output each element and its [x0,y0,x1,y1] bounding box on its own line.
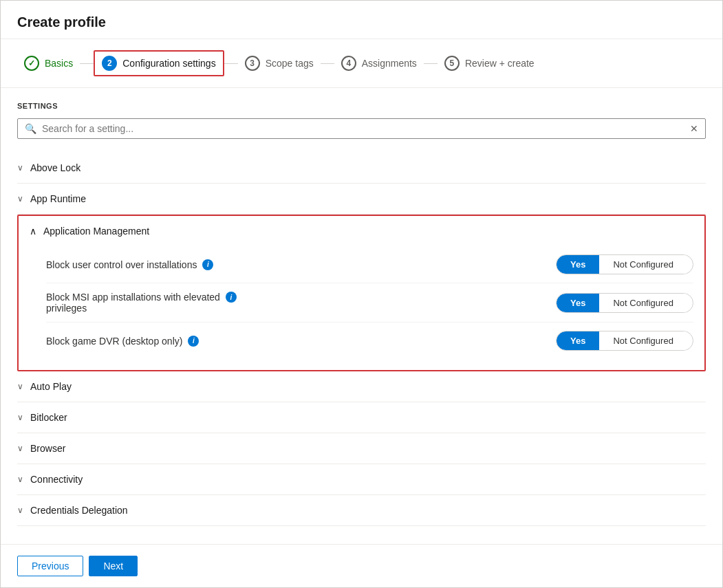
step-2-number: 2 [107,58,112,68]
chevron-up-icon: ∧ [30,226,36,237]
step-review-label: Review + create [465,58,535,69]
clear-icon[interactable]: ✕ [690,123,698,134]
toggle-yes-block-msi-app[interactable]: Yes [557,294,599,312]
step-5-number: 5 [450,58,455,68]
step-basics[interactable]: ✓ Basics [17,52,80,75]
chevron-down-icon-5: ∨ [17,444,23,453]
toggle-group-block-user-control: Yes Not Configured [556,254,693,274]
step-assignments[interactable]: 4 Assignments [334,52,424,75]
chevron-down-icon-6: ∨ [17,475,23,484]
step-configuration-circle: 2 [102,56,117,71]
toggle-not-configured-block-user-control[interactable]: Not Configured [599,255,687,274]
info-icon-block-user-control[interactable]: i [202,259,213,270]
search-icon: 🔍 [25,123,36,134]
accordion-credentials-delegation: ∨ Credentials Delegation [17,495,706,526]
setting-row-block-game-dvr: Block game DVR (desktop only) i Yes Not … [46,323,693,359]
wizard-steps: ✓ Basics 2 Configuration settings 3 Scop… [1,39,722,88]
info-icon-block-msi-app[interactable]: i [226,292,237,303]
step-connector-1 [80,63,94,64]
application-management-label: Application Management [43,226,149,237]
application-management-body: Block user control over installations i … [19,246,704,370]
settings-header: SETTINGS [17,102,706,110]
chevron-down-icon-2: ∨ [17,194,23,204]
accordion-auto-play-header[interactable]: ∨ Auto Play [17,371,706,402]
step-basics-label: Basics [45,58,73,69]
accordion-above-lock-header[interactable]: ∨ Above Lock [17,153,706,183]
toggle-group-block-msi-app: Yes Not Configured [556,293,693,313]
chevron-down-icon-7: ∨ [17,505,23,515]
step-connector-4 [424,63,438,64]
step-review-circle: 5 [444,56,460,71]
block-game-dvr-text: Block game DVR (desktop only) [46,336,182,347]
step-connector-3 [321,63,334,64]
toggle-not-configured-block-msi-app[interactable]: Not Configured [599,294,687,312]
setting-label-block-msi-app: Block MSI app installations with elevate… [46,292,545,314]
block-msi-app-text-line1: Block MSI app installations with elevate… [46,292,220,303]
accordion-app-runtime-header[interactable]: ∨ App Runtime [17,184,706,214]
setting-label-block-game-dvr: Block game DVR (desktop only) i [46,336,556,347]
step-assignments-label: Assignments [362,58,417,69]
accordion-application-management-header[interactable]: ∧ Application Management [19,216,704,246]
toggle-group-block-game-dvr: Yes Not Configured [556,331,693,351]
accordion-connectivity: ∨ Connectivity [17,464,706,495]
accordion-app-runtime: ∨ App Runtime [17,184,706,215]
accordion-bitlocker-header[interactable]: ∨ Bitlocker [17,402,706,433]
step-configuration[interactable]: 2 Configuration settings [94,50,224,76]
step-review[interactable]: 5 Review + create [438,52,541,75]
accordion-bitlocker: ∨ Bitlocker [17,402,706,433]
step-scope-label: Scope tags [266,58,314,69]
chevron-down-icon-3: ∨ [17,382,23,391]
accordion-browser-header[interactable]: ∨ Browser [17,433,706,464]
accordion-above-lock: ∨ Above Lock [17,153,706,184]
accordion-auto-play: ∨ Auto Play [17,371,706,402]
step-basics-circle: ✓ [24,56,39,71]
step-connector-2 [224,63,238,64]
accordion-credentials-delegation-header[interactable]: ∨ Credentials Delegation [17,495,706,525]
step-scope-circle: 3 [245,56,260,71]
setting-row-block-user-control: Block user control over installations i … [46,246,693,283]
step-3-number: 3 [250,58,255,68]
content-area: SETTINGS 🔍 ✕ ∨ Above Lock ∨ App Runtime … [1,88,722,544]
toggle-yes-block-user-control[interactable]: Yes [557,255,599,274]
browser-label: Browser [30,443,65,454]
accordion-browser: ∨ Browser [17,433,706,464]
bitlocker-label: Bitlocker [30,412,67,423]
search-input[interactable] [42,123,684,134]
chevron-down-icon-4: ∨ [17,413,23,422]
auto-play-label: Auto Play [30,381,72,392]
next-button[interactable]: Next [89,556,138,576]
step-configuration-label: Configuration settings [122,58,215,69]
accordion-application-management: ∧ Application Management Block user cont… [17,215,706,371]
block-msi-app-text-line2: privileges [46,303,545,314]
above-lock-label: Above Lock [30,162,80,173]
setting-label-block-user-control: Block user control over installations i [46,259,556,270]
step-scope[interactable]: 3 Scope tags [238,52,321,75]
step-assignments-circle: 4 [341,56,356,71]
block-msi-app-label-line: Block MSI app installations with elevate… [46,292,545,303]
step-4-number: 4 [346,58,351,68]
footer: Previous Next [1,544,722,587]
toggle-not-configured-block-game-dvr[interactable]: Not Configured [599,331,687,350]
chevron-down-icon: ∨ [17,163,23,173]
app-runtime-label: App Runtime [30,193,86,204]
accordion-connectivity-header[interactable]: ∨ Connectivity [17,464,706,494]
info-icon-block-game-dvr[interactable]: i [188,336,199,347]
toggle-yes-block-game-dvr[interactable]: Yes [557,331,599,350]
create-profile-window: Create profile ✓ Basics 2 Configuration … [0,0,723,588]
page-title: Create profile [1,1,722,39]
search-bar: 🔍 ✕ [17,118,706,139]
previous-button[interactable]: Previous [17,556,83,576]
setting-row-block-msi-app: Block MSI app installations with elevate… [46,283,693,323]
credentials-delegation-label: Credentials Delegation [30,505,128,516]
connectivity-label: Connectivity [30,474,83,485]
block-user-control-text: Block user control over installations [46,259,197,270]
checkmark-icon: ✓ [28,58,35,68]
